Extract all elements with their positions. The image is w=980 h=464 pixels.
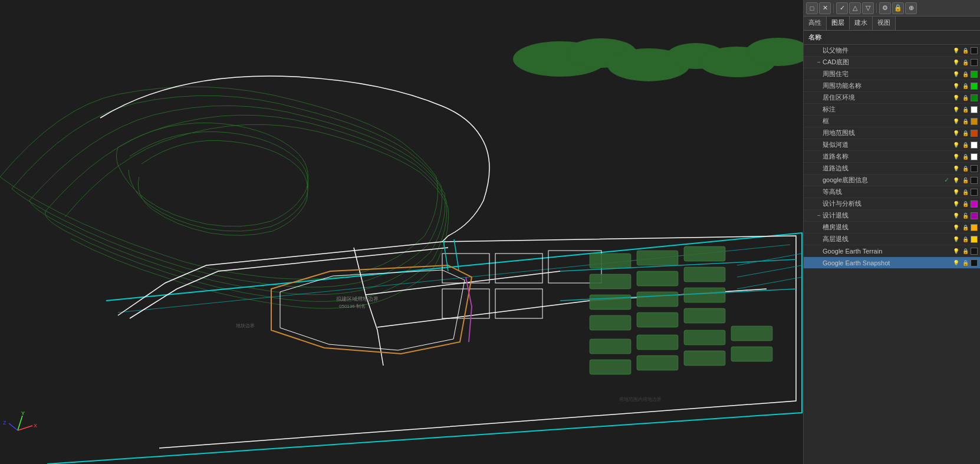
layer-item-road-edge[interactable]: 道路边线💡🔒 [804, 163, 980, 175]
layer-lock-road-name[interactable]: 🔒 [961, 153, 969, 161]
layer-bulb-design-setback[interactable]: 💡 [952, 212, 960, 220]
layer-item-land-boundary[interactable]: 用地范围线💡🔒 [804, 127, 980, 139]
layer-bulb-surrounding-residence[interactable]: 💡 [952, 70, 960, 78]
layer-item-suspected-river[interactable]: 疑似河道💡🔒 [804, 139, 980, 151]
layer-item-google-earth-terrain[interactable]: Google Earth Terrain💡🔒 [804, 245, 980, 257]
layer-item-surrounding-function[interactable]: 周围功能名称💡🔒 [804, 80, 980, 92]
layer-lock-parent-object[interactable]: 🔒 [961, 47, 969, 55]
layer-bulb-frame[interactable]: 💡 [952, 117, 960, 126]
layer-color-google-earth-snapshot[interactable] [971, 259, 978, 266]
delete-layer-button[interactable]: ✕ [819, 2, 831, 14]
move-up-button[interactable]: △ [849, 2, 861, 14]
main-viewport: 拟建区域用地边界 050136 制名 地块边界 用地范围内用地边界 X Y Z [0, 0, 803, 464]
layer-color-design-analysis[interactable] [971, 200, 978, 208]
layer-bulb-parent-object[interactable]: 💡 [952, 47, 960, 55]
layer-item-surrounding-residence[interactable]: 周围住宅💡🔒 [804, 68, 980, 80]
layer-item-contour-lines[interactable]: 等高线💡🔒 [804, 186, 980, 198]
layer-bulb-cad-basemap[interactable]: 💡 [952, 58, 960, 67]
layer-lock-surrounding-residence[interactable]: 🔒 [961, 70, 969, 78]
layer-lock-google-basemap-info[interactable]: 🔓 [961, 176, 969, 185]
layer-name-garage-setback: 槽房退线 [823, 223, 942, 232]
layer-color-road-name[interactable] [971, 153, 978, 160]
layer-color-parent-object[interactable] [971, 47, 978, 54]
layer-color-google-earth-terrain[interactable] [971, 248, 978, 255]
layer-bulb-design-analysis[interactable]: 💡 [952, 200, 960, 208]
layer-checkmark-google-basemap-info[interactable]: ✓ [942, 176, 951, 184]
lock-all-button[interactable]: 🔒 [892, 2, 904, 14]
svg-rect-31 [637, 356, 678, 370]
layer-bulb-surrounding-function[interactable]: 💡 [952, 82, 960, 90]
layer-color-road-edge[interactable] [971, 165, 978, 172]
layer-item-google-basemap-info[interactable]: google底图信息✓💡🔓 [804, 175, 980, 186]
layer-color-surrounding-function[interactable] [971, 83, 978, 90]
layer-bulb-road-name[interactable]: 💡 [952, 153, 960, 161]
layer-lock-residential-env[interactable]: 🔒 [961, 94, 969, 102]
layer-bulb-google-earth-snapshot[interactable]: 💡 [952, 259, 960, 267]
layer-bulb-road-edge[interactable]: 💡 [952, 164, 960, 173]
layer-expand-design-setback[interactable]: − [815, 212, 823, 219]
layer-bulb-annotation[interactable]: 💡 [952, 106, 960, 114]
tab-jianshui[interactable]: 建水 [850, 17, 873, 30]
layer-item-residential-env[interactable]: 居住区环境💡🔒 [804, 92, 980, 104]
layer-lock-design-analysis[interactable]: 🔒 [961, 200, 969, 208]
layer-list[interactable]: 以父物件💡🔒−CAD底图💡🔒 周围住宅💡🔒 周围功能名称💡🔒 居住区环境💡🔒 标… [804, 45, 980, 464]
layer-item-garage-setback[interactable]: 槽房退线💡🔒 [804, 222, 980, 233]
layer-item-road-name[interactable]: 道路名称💡🔒 [804, 151, 980, 163]
tab-shitu[interactable]: 视图 [873, 17, 896, 30]
layer-item-cad-basemap[interactable]: −CAD底图💡🔒 [804, 57, 980, 68]
layer-color-suspected-river[interactable] [971, 141, 978, 149]
layer-color-highrise-setback[interactable] [971, 236, 978, 243]
layer-lock-google-earth-terrain[interactable]: 🔒 [961, 247, 969, 255]
tab-gaocheng[interactable]: 高性 [804, 17, 827, 30]
zoom-button[interactable]: ⊕ [905, 2, 917, 14]
layer-lock-frame[interactable]: 🔒 [961, 117, 969, 126]
layer-lock-design-setback[interactable]: 🔓 [961, 212, 969, 220]
layer-color-annotation[interactable] [971, 106, 978, 113]
svg-rect-32 [684, 351, 725, 366]
layer-expand-cad-basemap[interactable]: − [815, 59, 823, 65]
layer-color-garage-setback[interactable] [971, 224, 978, 231]
layer-item-frame[interactable]: 框💡🔒 [804, 116, 980, 127]
layer-color-surrounding-residence[interactable] [971, 71, 978, 78]
layer-bulb-suspected-river[interactable]: 💡 [952, 141, 960, 149]
layer-color-frame[interactable] [971, 118, 978, 125]
layer-lock-annotation[interactable]: 🔒 [961, 106, 969, 114]
layer-lock-google-earth-snapshot[interactable]: 🔒 [961, 259, 969, 267]
filter-button[interactable]: ▽ [862, 2, 874, 14]
layer-item-design-setback[interactable]: −设计退线💡🔓 [804, 210, 980, 222]
layer-color-land-boundary[interactable] [971, 130, 978, 137]
settings-button[interactable]: ⚙ [879, 2, 891, 14]
layer-bulb-google-basemap-info[interactable]: 💡 [952, 176, 960, 185]
layer-bulb-highrise-setback[interactable]: 💡 [952, 235, 960, 243]
layer-item-highrise-setback[interactable]: 高层退线💡🔒 [804, 233, 980, 245]
layer-bulb-land-boundary[interactable]: 💡 [952, 129, 960, 137]
layer-color-residential-env[interactable] [971, 94, 978, 101]
layer-lock-cad-basemap[interactable]: 🔒 [961, 58, 969, 67]
layer-item-design-analysis[interactable]: 设计与分析线💡🔒 [804, 198, 980, 210]
layer-lock-highrise-setback[interactable]: 🔒 [961, 235, 969, 243]
check-button[interactable]: ✓ [836, 2, 848, 14]
layer-color-contour-lines[interactable] [971, 189, 978, 196]
svg-rect-24 [637, 312, 678, 327]
layer-color-design-setback[interactable] [971, 212, 978, 219]
layer-lock-garage-setback[interactable]: 🔒 [961, 223, 969, 232]
tab-tuceng[interactable]: 图层 [827, 17, 850, 30]
layer-item-parent-object[interactable]: 以父物件💡🔒 [804, 45, 980, 57]
layer-lock-surrounding-function[interactable]: 🔒 [961, 82, 969, 90]
layer-name-road-name: 道路名称 [823, 152, 942, 161]
layer-name-road-edge: 道路边线 [823, 164, 942, 173]
layer-bulb-garage-setback[interactable]: 💡 [952, 223, 960, 232]
layer-lock-road-edge[interactable]: 🔒 [961, 164, 969, 173]
layer-color-cad-basemap[interactable] [971, 59, 978, 66]
layer-item-google-earth-snapshot[interactable]: Google Earth Snapshot💡🔒 [804, 257, 980, 269]
layer-bulb-google-earth-terrain[interactable]: 💡 [952, 247, 960, 255]
layer-lock-contour-lines[interactable]: 🔒 [961, 188, 969, 196]
svg-rect-21 [637, 292, 678, 307]
layer-color-google-basemap-info[interactable] [971, 177, 978, 184]
layer-lock-land-boundary[interactable]: 🔒 [961, 129, 969, 137]
layer-item-annotation[interactable]: 标注💡🔒 [804, 104, 980, 116]
new-layer-button[interactable]: □ [806, 2, 818, 14]
layer-lock-suspected-river[interactable]: 🔒 [961, 141, 969, 149]
layer-bulb-contour-lines[interactable]: 💡 [952, 188, 960, 196]
layer-bulb-residential-env[interactable]: 💡 [952, 94, 960, 102]
